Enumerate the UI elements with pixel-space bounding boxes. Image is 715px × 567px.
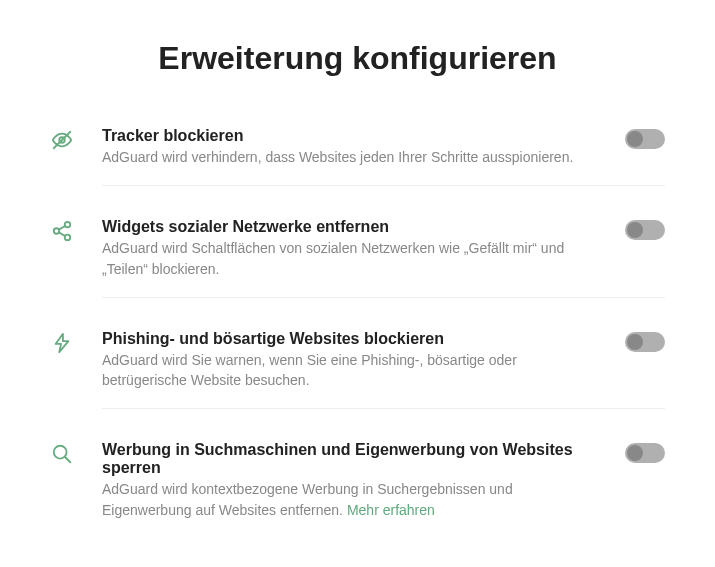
- setting-row-trackers: Tracker blockieren AdGuard wird verhinde…: [50, 111, 665, 202]
- setting-row-social: Widgets sozialer Netzwerke entfernen AdG…: [50, 202, 665, 314]
- share-icon: [50, 218, 74, 242]
- setting-row-search-ads: Werbung in Suchmaschinen und Eigenwerbun…: [50, 425, 665, 554]
- lightning-icon: [50, 330, 74, 354]
- learn-more-link[interactable]: Mehr erfahren: [347, 502, 435, 518]
- setting-desc: AdGuard wird Sie warnen, wenn Sie eine P…: [102, 350, 605, 391]
- search-icon: [50, 441, 74, 465]
- setting-title: Werbung in Suchmaschinen und Eigenwerbun…: [102, 441, 605, 477]
- setting-desc: AdGuard wird Schaltflächen von sozialen …: [102, 238, 605, 279]
- setting-title: Phishing- und bösartige Websites blockie…: [102, 330, 605, 348]
- setting-title: Widgets sozialer Netzwerke entfernen: [102, 218, 605, 236]
- eye-slash-icon: [50, 127, 74, 151]
- svg-line-5: [59, 226, 65, 230]
- setting-row-phishing: Phishing- und bösartige Websites blockie…: [50, 314, 665, 426]
- toggle-phishing[interactable]: [625, 332, 665, 352]
- toggle-search-ads[interactable]: [625, 443, 665, 463]
- svg-line-9: [65, 457, 71, 463]
- setting-desc: AdGuard wird kontextbezogene Werbung in …: [102, 479, 605, 520]
- page-title: Erweiterung konfigurieren: [50, 40, 665, 77]
- toggle-trackers[interactable]: [625, 129, 665, 149]
- setting-title: Tracker blockieren: [102, 127, 605, 145]
- svg-marker-7: [56, 334, 69, 352]
- toggle-social[interactable]: [625, 220, 665, 240]
- svg-line-6: [59, 233, 65, 237]
- setting-desc: AdGuard wird verhindern, dass Websites j…: [102, 147, 605, 167]
